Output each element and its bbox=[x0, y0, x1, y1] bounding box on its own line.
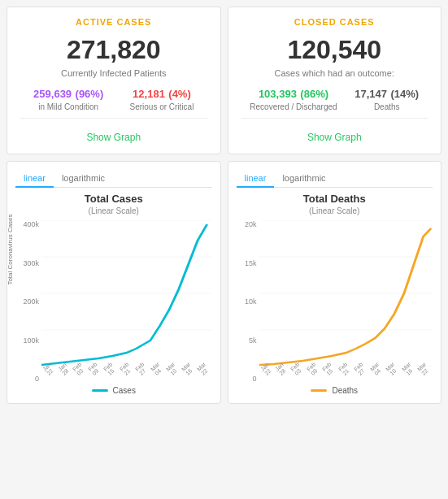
closed-cases-number: 120,540 bbox=[241, 35, 428, 65]
cases-y-label-400k: 400k bbox=[23, 220, 39, 228]
cases-chart-subtitle: (Linear Scale) bbox=[15, 206, 212, 215]
closed-cases-card: CLOSED CASES 120,540 Cases which had an … bbox=[228, 7, 442, 154]
deaths-y-label-20k: 20k bbox=[245, 220, 257, 228]
cases-legend-dot bbox=[92, 389, 108, 392]
active-cases-number: 271,820 bbox=[20, 35, 207, 65]
total-deaths-chart-card: linear logarithmic Total Deaths (Linear … bbox=[228, 161, 442, 404]
serious-number: 12,181 (4%) bbox=[129, 86, 194, 101]
closed-show-graph-link[interactable]: Show Graph bbox=[307, 132, 362, 143]
recovered-number: 103,393 (86%) bbox=[250, 86, 337, 101]
cases-svg-chart bbox=[41, 220, 212, 367]
cases-y-label-100k: 100k bbox=[23, 336, 39, 345]
cases-chart-title: Total Cases bbox=[15, 193, 212, 205]
closed-cases-label: Cases which had an outcome: bbox=[241, 68, 428, 78]
active-cases-card: ACTIVE CASES 271,820 Currently Infected … bbox=[7, 7, 221, 154]
closed-cases-title: CLOSED CASES bbox=[241, 17, 428, 27]
deaths-legend-label: Deaths bbox=[332, 386, 358, 395]
mild-number: 259,639 (96%) bbox=[33, 86, 103, 101]
deaths-y-label-5k: 5k bbox=[249, 336, 257, 345]
deaths-tab-log[interactable]: logarithmic bbox=[274, 170, 333, 188]
cases-tab-linear[interactable]: linear bbox=[15, 170, 54, 188]
cases-y-axis-label: Total Coronavirus Cases bbox=[7, 214, 14, 284]
deaths-y-label-15k: 15k bbox=[245, 259, 257, 267]
total-cases-chart-card: linear logarithmic Total Cases (Linear S… bbox=[7, 161, 221, 404]
deaths-legend-dot bbox=[311, 389, 327, 392]
deaths-y-label-0: 0 bbox=[252, 375, 256, 383]
cases-y-label-200k: 200k bbox=[23, 297, 39, 306]
deaths-chart-title: Total Deaths bbox=[237, 193, 433, 205]
mild-label: in Mild Condition bbox=[33, 102, 103, 111]
serious-label: Serious or Critical bbox=[129, 102, 194, 111]
deaths-number: 17,147 (14%) bbox=[354, 86, 419, 101]
active-show-graph-link[interactable]: Show Graph bbox=[86, 132, 141, 143]
deaths-stat: 17,147 (14%) Deaths bbox=[354, 86, 419, 111]
cases-tab-log[interactable]: logarithmic bbox=[54, 170, 113, 188]
recovered-label: Recovered / Discharged bbox=[250, 102, 337, 111]
active-cases-title: ACTIVE CASES bbox=[20, 17, 207, 27]
deaths-svg-chart bbox=[259, 220, 433, 367]
mild-condition-stat: 259,639 (96%) in Mild Condition bbox=[33, 86, 103, 111]
recovered-stat: 103,393 (86%) Recovered / Discharged bbox=[250, 86, 337, 111]
cases-legend-label: Cases bbox=[113, 386, 136, 395]
deaths-label: Deaths bbox=[354, 102, 419, 111]
deaths-y-label-10k: 10k bbox=[245, 297, 257, 306]
serious-condition-stat: 12,181 (4%) Serious or Critical bbox=[129, 86, 194, 111]
deaths-chart-subtitle: (Linear Scale) bbox=[237, 206, 433, 215]
cases-y-label-300k: 300k bbox=[23, 259, 39, 267]
cases-y-label-0: 0 bbox=[35, 375, 39, 383]
active-cases-label: Currently Infected Patients bbox=[20, 68, 207, 78]
deaths-tab-linear[interactable]: linear bbox=[237, 170, 275, 188]
